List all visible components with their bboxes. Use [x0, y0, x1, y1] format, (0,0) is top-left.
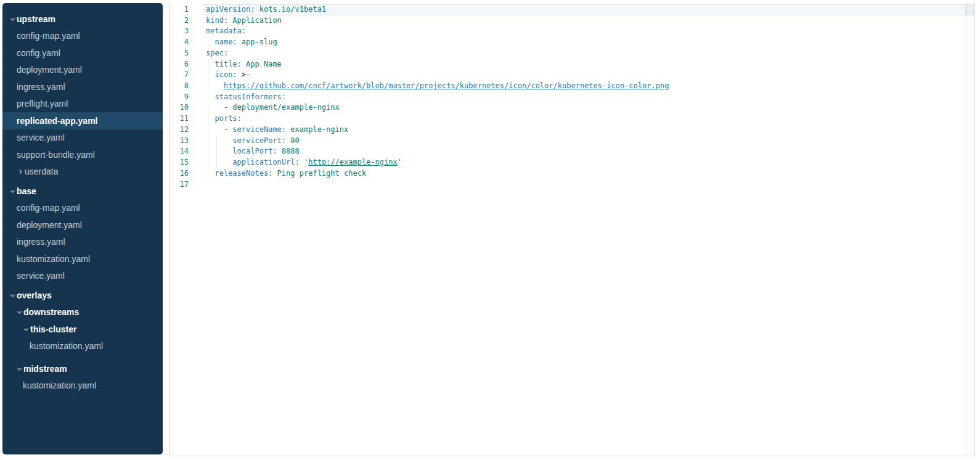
- code-token: example-nginx: [290, 125, 348, 134]
- code-line-10[interactable]: 10 - deployment/example-nginx: [170, 102, 974, 113]
- code-token: kots.io/v1beta1: [259, 5, 326, 14]
- code-line-12[interactable]: 12 - serviceName: example-nginx: [170, 125, 974, 136]
- code-token: 80: [290, 136, 299, 145]
- code-token: >-: [242, 70, 250, 79]
- sidebar-item-label: config-map.yaml: [17, 31, 80, 41]
- line-number: 2: [170, 15, 189, 27]
- code-line-11[interactable]: 11 ports:: [170, 113, 974, 125]
- line-number: 9: [170, 92, 189, 103]
- line-number: 6: [170, 59, 189, 70]
- line-content: name: app-slug: [189, 37, 974, 48]
- line-number: 17: [170, 179, 189, 191]
- sidebar-item-label: this-cluster: [30, 324, 76, 334]
- sidebar-item-service-yaml[interactable]: service.yaml: [2, 129, 163, 147]
- sidebar-item-midstream[interactable]: midstream: [2, 360, 163, 377]
- line-content: localPort: 8888: [189, 146, 974, 157]
- line-number: 7: [170, 70, 189, 81]
- sidebar-item-ingress-yaml[interactable]: ingress.yaml: [2, 78, 163, 96]
- line-number: 3: [170, 26, 189, 37]
- code-line-5[interactable]: 5spec:: [170, 48, 974, 59]
- sidebar-item-label: userdata: [25, 166, 58, 176]
- code-line-9[interactable]: 9 statusInformers:: [170, 92, 974, 103]
- sidebar-item-this-cluster[interactable]: this-cluster: [2, 321, 163, 338]
- sidebar-item-base[interactable]: base: [2, 183, 163, 200]
- code-line-13[interactable]: 13 servicePort: 80: [170, 136, 974, 147]
- line-number: 8: [170, 81, 189, 92]
- code-token: Ping preflight check: [277, 169, 367, 178]
- indent-guide: [208, 92, 208, 103]
- indent-guide: [208, 146, 208, 157]
- code-line-2[interactable]: 2kind: Application: [170, 15, 974, 27]
- code-line-6[interactable]: 6 title: App Name: [170, 59, 974, 70]
- line-content: servicePort: 80: [189, 136, 974, 147]
- code-line-17[interactable]: 17: [170, 179, 974, 191]
- code-token: name:: [214, 38, 237, 46]
- line-number: 11: [170, 113, 189, 125]
- sidebar-item-label: service.yaml: [17, 133, 65, 142]
- sidebar-item-config-map-yaml[interactable]: config-map.yaml: [2, 200, 163, 217]
- code-token: [272, 169, 277, 178]
- line-number: 4: [170, 37, 189, 48]
- indent-guide: [208, 157, 208, 168]
- code-line-4[interactable]: 4 name: app-slug: [170, 37, 974, 48]
- line-number: 14: [170, 146, 189, 157]
- code-editor[interactable]: 1apiVersion: kots.io/v1beta12kind: Appli…: [169, 1, 975, 456]
- line-content: spec:: [189, 48, 974, 59]
- code-token: [206, 136, 232, 145]
- sidebar-item-deployment-yaml[interactable]: deployment.yaml: [2, 62, 163, 79]
- chevron-right-icon: [17, 169, 25, 175]
- sidebar-item-kustomization-yaml[interactable]: kustomization.yaml: [2, 338, 163, 355]
- code-line-14[interactable]: 14 localPort: 8888: [170, 146, 974, 157]
- sidebar-item-service-yaml[interactable]: service.yaml: [2, 268, 163, 285]
- line-content: kind: Application: [189, 15, 974, 27]
- code-line-16[interactable]: 16 releaseNotes: Ping preflight check: [170, 168, 974, 179]
- sidebar-item-ingress-yaml[interactable]: ingress.yaml: [2, 234, 163, 251]
- file-tree: upstreamconfig-map.yamlconfig.yamldeploy…: [2, 10, 163, 394]
- line-content: https://github.com/cncf/artwork/blob/mas…: [189, 81, 974, 92]
- code-token: statusInformers:: [214, 92, 286, 101]
- indent-guide: [216, 136, 217, 147]
- chevron-down-icon: [9, 16, 17, 22]
- line-number: 1: [170, 4, 189, 15]
- code-line-15[interactable]: 15 applicationUrl: 'http://example-nginx…: [170, 157, 974, 168]
- sidebar-item-label: downstreams: [23, 307, 79, 317]
- code-line-3[interactable]: 3metadata:: [170, 26, 974, 37]
- indent-guide: [208, 136, 208, 147]
- sidebar-item-overlays[interactable]: overlays: [2, 287, 163, 304]
- sidebar-item-userdata[interactable]: userdata: [2, 163, 163, 181]
- sidebar-item-deployment-yaml[interactable]: deployment.yaml: [2, 216, 163, 234]
- sidebar-item-label: kustomization.yaml: [17, 254, 90, 264]
- sidebar-item-config-yaml[interactable]: config.yaml: [2, 44, 163, 62]
- url-link[interactable]: https://github.com/cncf/artwork/blob/mas…: [224, 81, 669, 90]
- code-token: spec:: [206, 49, 228, 57]
- code-line-8[interactable]: 8 https://github.com/cncf/artwork/blob/m…: [170, 81, 974, 92]
- code-token: servicePort:: [232, 136, 286, 145]
- code-token: [242, 60, 246, 68]
- code-token: ports:: [214, 114, 241, 123]
- code-token: [206, 147, 232, 155]
- sidebar-item-support-bundle-yaml[interactable]: support-bundle.yaml: [2, 146, 163, 163]
- sidebar-item-kustomization-yaml[interactable]: kustomization.yaml: [2, 377, 163, 395]
- line-content: icon: >-: [189, 70, 974, 81]
- indent-guide: [208, 70, 208, 81]
- vertical-scrollbar-thumb[interactable]: [966, 4, 974, 15]
- sidebar-item-config-map-yaml[interactable]: config-map.yaml: [2, 28, 163, 45]
- sidebar-item-preflight-yaml[interactable]: preflight.yaml: [2, 96, 163, 113]
- sidebar-item-label: config-map.yaml: [17, 203, 80, 213]
- line-number: 12: [170, 125, 189, 136]
- code-token: icon:: [214, 70, 237, 79]
- file-tree-sidebar: upstreamconfig-map.yamlconfig.yamldeploy…: [2, 3, 163, 454]
- code-line-7[interactable]: 7 icon: >-: [170, 70, 974, 81]
- code-line-1[interactable]: 1apiVersion: kots.io/v1beta1: [170, 4, 974, 15]
- sidebar-item-replicated-app-yaml[interactable]: replicated-app.yaml: [2, 112, 163, 129]
- sidebar-item-downstreams[interactable]: downstreams: [2, 304, 163, 321]
- indent-guide: [208, 102, 208, 113]
- code-token: App Name: [246, 60, 282, 68]
- url-link[interactable]: http://example-nginx: [308, 158, 398, 166]
- line-content: - deployment/example-nginx: [189, 102, 974, 113]
- code-token: 8888: [282, 147, 300, 155]
- indent-guide: [208, 113, 208, 125]
- sidebar-item-kustomization-yaml[interactable]: kustomization.yaml: [2, 250, 163, 268]
- sidebar-item-upstream[interactable]: upstream: [2, 10, 163, 28]
- line-content: metadata:: [189, 26, 974, 37]
